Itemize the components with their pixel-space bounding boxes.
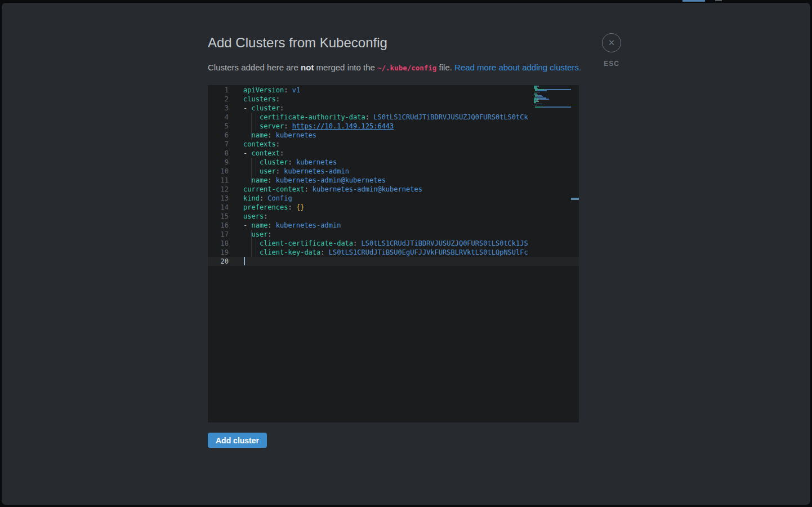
code-token: : xyxy=(320,248,328,256)
code-line[interactable]: 1apiVersion: v1 xyxy=(208,86,579,95)
code-line[interactable]: 17 user: xyxy=(208,230,579,239)
code-line[interactable]: 20 xyxy=(208,257,579,266)
code-line[interactable]: 3- cluster: xyxy=(208,104,579,113)
code-text: clusters: xyxy=(243,95,530,104)
code-token: user xyxy=(260,167,276,175)
dialog-subtitle: Clusters added here are not merged into … xyxy=(208,63,613,72)
code-text: server: https://10.1.149.125:6443 xyxy=(243,122,530,131)
code-line[interactable]: 18 client-certificate-data: LS0tLS1CRUdJ… xyxy=(208,239,579,248)
line-number: 17 xyxy=(208,230,243,239)
code-line[interactable]: 19 client-key-data: LS0tLS1CRUdJTiBSU0Eg… xyxy=(208,248,579,257)
code-token: LS0tLS1CRUdJTiBDRVJUSUZJQ0FURS0tLS0tCk1J… xyxy=(362,239,528,247)
line-number: 5 xyxy=(208,122,243,131)
code-line[interactable]: 14preferences: {} xyxy=(208,203,579,212)
code-line[interactable]: 4 certificate-authority-data: LS0tLS1CRU… xyxy=(208,113,579,122)
line-number: 18 xyxy=(208,239,243,248)
code-token: : xyxy=(267,131,275,139)
code-token: : xyxy=(288,203,296,211)
line-number: 13 xyxy=(208,194,243,203)
add-cluster-button[interactable]: Add cluster xyxy=(208,433,267,448)
code-line[interactable]: 8- context: xyxy=(208,149,579,158)
code-text: client-key-data: LS0tLS1CRUdJTiBSU0EgUFJ… xyxy=(243,248,530,257)
code-token: Config xyxy=(267,194,292,202)
minimap-line xyxy=(534,108,571,109)
code-text: current-context: kubernetes-admin@kubern… xyxy=(243,185,530,194)
code-text: user: kubernetes-admin xyxy=(243,167,530,176)
line-number: 14 xyxy=(208,203,243,212)
code-line[interactable]: 2clusters: xyxy=(208,95,579,104)
code-text: certificate-authority-data: LS0tLS1CRUdJ… xyxy=(243,113,530,122)
code-token: LS0tLS1CRUdJTiBDRVJUSUZJQ0FURS0tLS0tCk xyxy=(373,113,528,121)
code-token: client-key-data xyxy=(260,248,320,256)
code-line[interactable]: 10 user: kubernetes-admin xyxy=(208,167,579,176)
background-app-sliver-blue xyxy=(682,0,705,2)
code-token: : xyxy=(280,149,284,157)
subtitle-bold-not: not xyxy=(301,63,314,72)
code-text: client-certificate-data: LS0tLS1CRUdJTiB… xyxy=(243,239,530,248)
code-token: apiVersion xyxy=(243,86,284,94)
code-line[interactable]: 16- name: kubernetes-admin xyxy=(208,221,579,230)
page-background: { "dialog": { "title": "Add Clusters fro… xyxy=(0,0,812,507)
code-text: users: xyxy=(243,212,530,221)
esc-label: ESC xyxy=(594,60,629,68)
line-number: 2 xyxy=(208,95,243,104)
code-token: kubernetes-admin@kubernetes xyxy=(313,185,422,193)
code-token: kind xyxy=(243,194,260,202)
editor-scrollbar[interactable] xyxy=(571,85,579,422)
code-line[interactable]: 9 cluster: kubernetes xyxy=(208,158,579,167)
code-token: kubernetes xyxy=(296,158,337,166)
code-token: : xyxy=(304,185,312,193)
code-text: kind: Config xyxy=(243,194,530,203)
close-group: ✕ ESC xyxy=(594,33,629,68)
line-number: 6 xyxy=(208,131,243,140)
code-token: kubernetes-admin xyxy=(284,167,349,175)
code-line[interactable]: 11 name: kubernetes-admin@kubernetes xyxy=(208,176,579,185)
code-line[interactable]: 7contexts: xyxy=(208,140,579,149)
line-number: 19 xyxy=(208,248,243,257)
line-number: 12 xyxy=(208,185,243,194)
line-number: 10 xyxy=(208,167,243,176)
code-token: kubernetes-admin@kubernetes xyxy=(276,176,386,184)
background-app-sliver-gray xyxy=(715,0,722,1)
code-line[interactable]: 6 name: kubernetes xyxy=(208,131,579,140)
line-number: 7 xyxy=(208,140,243,149)
indent-guide xyxy=(251,167,252,176)
code-text: cluster: kubernetes xyxy=(243,158,530,167)
kubeconfig-editor[interactable]: 1apiVersion: v12clusters:3- cluster:4 ce… xyxy=(208,85,579,422)
close-button[interactable]: ✕ xyxy=(602,33,621,52)
indent-guide xyxy=(251,113,252,122)
code-text: - name: kubernetes-admin xyxy=(243,221,530,230)
code-line[interactable]: 5 server: https://10.1.149.125:6443 xyxy=(208,122,579,131)
code-token: LS0tLS1CRUdJTiBSU0EgUFJJVkFURSBLRVktLS0t… xyxy=(329,248,528,256)
indent-guide xyxy=(251,248,252,257)
code-line[interactable]: 15users: xyxy=(208,212,579,221)
code-token: kubernetes xyxy=(276,131,316,139)
line-number: 11 xyxy=(208,176,243,185)
line-number: 1 xyxy=(208,86,243,95)
add-clusters-dialog: Add Clusters from Kubeconfig Clusters ad… xyxy=(2,3,810,505)
code-token: : xyxy=(280,104,284,112)
code-token: kubernetes-admin xyxy=(276,221,341,229)
code-token: user xyxy=(251,230,267,238)
line-number: 9 xyxy=(208,158,243,167)
code-text: user: xyxy=(243,230,530,239)
code-text: - cluster: xyxy=(243,104,530,113)
line-number: 15 xyxy=(208,212,243,221)
subtitle-text-1: Clusters added here are xyxy=(208,63,301,72)
code-text: preferences: {} xyxy=(243,203,530,212)
code-token: - xyxy=(243,104,251,112)
code-token: v1 xyxy=(292,86,300,94)
dialog-title: Add Clusters from Kubeconfig xyxy=(208,35,387,51)
editor-lines: 1apiVersion: v12clusters:3- cluster:4 ce… xyxy=(208,86,579,266)
code-token: : xyxy=(276,167,284,175)
indent-guide xyxy=(251,176,252,185)
code-line[interactable]: 13kind: Config xyxy=(208,194,579,203)
code-token: cluster xyxy=(260,158,288,166)
code-text: apiVersion: v1 xyxy=(243,86,530,95)
code-token: client-certificate-data xyxy=(260,239,353,247)
read-more-link[interactable]: Read more about adding clusters. xyxy=(454,63,581,72)
indent-guide xyxy=(256,167,256,176)
code-line[interactable]: 12current-context: kubernetes-admin@kube… xyxy=(208,185,579,194)
editor-minimap[interactable] xyxy=(534,86,571,114)
code-text: name: kubernetes xyxy=(243,131,530,140)
